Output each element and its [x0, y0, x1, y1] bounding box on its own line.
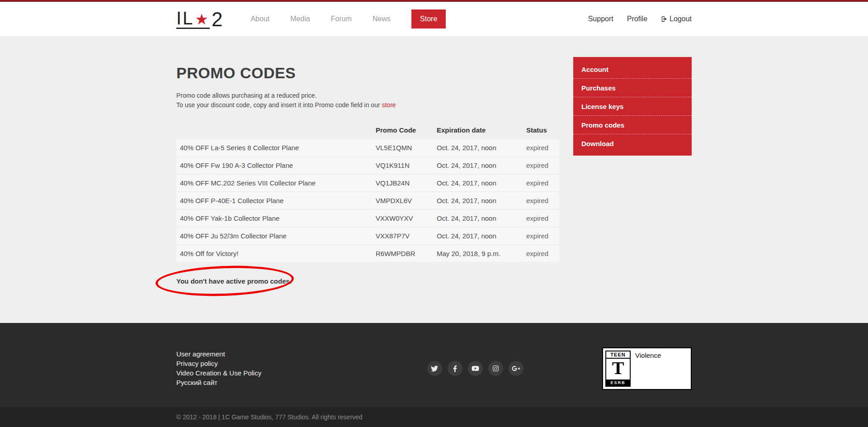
site-header: IL★ 2 About Media Forum News Store Suppo… — [0, 0, 868, 36]
site-footer: User agreement Privacy policy Video Crea… — [0, 323, 868, 407]
col-header-empty — [176, 122, 372, 138]
footer-link-user-agreement[interactable]: User agreement — [176, 349, 348, 359]
nav-media[interactable]: Media — [290, 15, 310, 23]
esrb-content-descriptor: Violence — [633, 351, 689, 387]
promo-status: expired — [523, 228, 559, 244]
promo-name: 40% OFF Yak-1b Collector Plane — [176, 210, 372, 227]
account-sidebar-column: Account Purchases License keys Promo cod… — [573, 57, 692, 285]
logout-icon — [661, 16, 667, 22]
google-plus-icon — [512, 365, 520, 372]
table-row: 40% OFF Ju 52/3m Collector Plane VXX87P7… — [176, 228, 559, 244]
table-row: 40% OFF La-5 Series 8 Collector Plane VL… — [176, 139, 559, 156]
facebook-icon — [453, 365, 457, 372]
promo-name: 40% OFF La-5 Series 8 Collector Plane — [176, 139, 372, 156]
table-row: 40% OFF MC.202 Series VIII Collector Pla… — [176, 175, 559, 191]
instagram-icon — [492, 365, 499, 372]
footer-links: User agreement Privacy policy Video Crea… — [176, 349, 348, 387]
nav-about[interactable]: About — [250, 15, 269, 23]
footer-link-russian-site[interactable]: Русский сайт — [176, 378, 348, 387]
logout-label: Logout — [670, 15, 692, 23]
support-link[interactable]: Support — [588, 15, 613, 23]
logo-star-icon: ★ — [195, 11, 210, 28]
nav-news[interactable]: News — [373, 15, 391, 23]
promo-codes-table: Promo Code Expiration date Status 40% OF… — [176, 121, 559, 263]
table-row: 40% Off for Victory! R6WMPDBR May 20, 20… — [176, 245, 559, 262]
sidebar-item-purchases[interactable]: Purchases — [573, 79, 692, 97]
no-active-promo-message: You don't have active promo codes. — [176, 277, 292, 285]
page-title: PROMO CODES — [176, 64, 559, 82]
page: IL★ 2 About Media Forum News Store Suppo… — [0, 0, 868, 427]
main-section: PROMO CODES Promo code allows purchasing… — [0, 36, 868, 323]
table-row: 40% OFF Yak-1b Collector Plane VXXW0YXV … — [176, 210, 559, 227]
promo-name: 40% Off for Victory! — [176, 245, 372, 262]
twitter-icon — [431, 365, 438, 372]
promo-expiration: May 20, 2018, 9 p.m. — [433, 245, 523, 262]
promo-expiration: Oct. 24, 2017, noon — [433, 139, 523, 156]
col-header-status: Status — [523, 122, 559, 138]
sidebar-item-promo-codes[interactable]: Promo codes — [573, 116, 692, 134]
youtube-icon — [472, 365, 479, 372]
no-active-promo-message-wrap: You don't have active promo codes. — [176, 277, 292, 285]
logo-two-text: 2 — [212, 10, 222, 29]
account-sidebar: Account Purchases License keys Promo cod… — [573, 57, 692, 156]
promo-name: 40% OFF Fw 190 A-3 Collector Plane — [176, 157, 372, 174]
twitter-link[interactable] — [427, 361, 442, 376]
promo-status: expired — [523, 139, 559, 156]
profile-link[interactable]: Profile — [627, 15, 647, 23]
promo-status: expired — [523, 210, 559, 227]
il2-logo[interactable]: IL★ 2 — [176, 9, 222, 29]
esrb-rating-letter: T — [612, 359, 624, 380]
promo-code: VQ1K911N — [372, 157, 433, 174]
sidebar-item-download[interactable]: Download — [573, 134, 692, 152]
facebook-link[interactable] — [448, 361, 462, 376]
nav-store[interactable]: Store — [411, 9, 446, 28]
sidebar-item-account[interactable]: Account — [573, 60, 692, 79]
promo-expiration: Oct. 24, 2017, noon — [433, 157, 523, 174]
table-row: 40% OFF Fw 190 A-3 Collector Plane VQ1K9… — [176, 157, 559, 174]
col-header-expiration: Expiration date — [433, 122, 523, 138]
social-links — [348, 361, 602, 376]
promo-name: 40% OFF MC.202 Series VIII Collector Pla… — [176, 175, 372, 191]
logout-link[interactable]: Logout — [661, 15, 692, 23]
promo-name: 40% OFF P-40E-1 Collector Plane — [176, 192, 372, 209]
promo-description-line2: To use your discount code, copy and inse… — [176, 100, 559, 110]
esrb-rating-box: TEEN T ESRB — [605, 351, 631, 387]
promo-description-line1: Promo code allows purchasing at a reduce… — [176, 91, 559, 100]
nav-forum[interactable]: Forum — [331, 15, 352, 23]
table-row: 40% OFF P-40E-1 Collector Plane VMPDXL6V… — [176, 192, 559, 209]
promo-expiration: Oct. 24, 2017, noon — [433, 210, 523, 227]
copyright-text: © 2012 - 2018 | 1C Game Studios, 777 Stu… — [176, 413, 692, 421]
promo-code: VL5E1QMN — [372, 139, 433, 156]
promo-code: VXXW0YXV — [372, 210, 433, 227]
promo-expiration: Oct. 24, 2017, noon — [433, 192, 523, 209]
main-column: PROMO CODES Promo code allows purchasing… — [176, 36, 559, 285]
promo-description-line2-text: To use your discount code, copy and inse… — [176, 101, 382, 109]
promo-status: expired — [523, 175, 559, 191]
instagram-link[interactable] — [488, 361, 503, 376]
header-bar: IL★ 2 About Media Forum News Store Suppo… — [0, 2, 868, 36]
esrb-org-label: ESRB — [606, 380, 630, 386]
logo-il-text: IL — [176, 8, 194, 28]
col-header-promo-code: Promo Code — [372, 122, 433, 138]
promo-code: VMPDXL6V — [372, 192, 433, 209]
promo-status: expired — [523, 157, 559, 174]
promo-code: VXX87P7V — [372, 228, 433, 244]
sidebar-item-license-keys[interactable]: License keys — [573, 97, 692, 116]
user-links: Support Profile Logout — [575, 15, 692, 23]
promo-name: 40% OFF Ju 52/3m Collector Plane — [176, 228, 372, 244]
promo-expiration: Oct. 24, 2017, noon — [433, 175, 523, 191]
footer-bottom-bar: © 2012 - 2018 | 1C Game Studios, 777 Stu… — [0, 407, 868, 427]
logo-il-star: IL★ — [176, 9, 210, 29]
footer-link-privacy-policy[interactable]: Privacy policy — [176, 359, 348, 368]
footer-link-video-policy[interactable]: Video Creation & Use Policy — [176, 368, 348, 378]
main-nav: About Media Forum News Store — [250, 9, 446, 28]
promo-status: expired — [523, 192, 559, 209]
youtube-link[interactable] — [468, 361, 483, 376]
table-header-row: Promo Code Expiration date Status — [176, 122, 559, 138]
promo-expiration: Oct. 24, 2017, noon — [433, 228, 523, 244]
store-link[interactable]: store — [382, 101, 396, 109]
esrb-rating: TEEN T ESRB Violence — [602, 347, 692, 390]
google-plus-link[interactable] — [509, 361, 524, 376]
promo-code: R6WMPDBR — [372, 245, 433, 262]
promo-status: expired — [523, 245, 559, 262]
